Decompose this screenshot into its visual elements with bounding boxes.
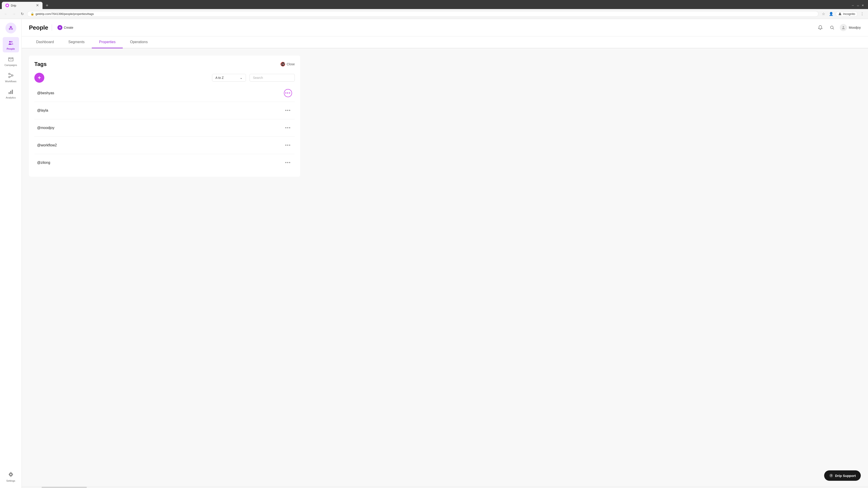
svg-point-10	[8, 76, 10, 78]
sidebar: People Campaigns Workflow	[0, 19, 22, 488]
settings-icon	[8, 471, 14, 479]
more-button[interactable]: ⋮	[859, 11, 865, 17]
sort-dropdown[interactable]: A to Z ⌄	[212, 74, 246, 82]
svg-point-9	[12, 75, 13, 76]
lock-icon: 🔒	[31, 12, 34, 15]
tags-close-button[interactable]: 🚭 Close	[280, 62, 295, 67]
notifications-button[interactable]	[816, 24, 825, 32]
sort-label: A to Z	[215, 76, 224, 79]
tag-menu-button[interactable]: •••	[284, 124, 292, 132]
profile-button[interactable]: 👤	[828, 11, 834, 17]
tag-item: @beshyas •••	[34, 85, 295, 102]
sidebar-item-campaigns[interactable]: Campaigns	[3, 53, 19, 69]
add-tag-button[interactable]: +	[34, 73, 44, 83]
forward-button[interactable]: →	[11, 11, 17, 17]
sidebar-item-people-label: People	[6, 47, 15, 50]
drip-support-icon: ?	[829, 474, 833, 478]
sidebar-settings[interactable]: Settings	[3, 469, 19, 484]
tag-menu-button[interactable]: •••	[284, 106, 292, 115]
tag-name: @layla	[37, 108, 284, 112]
tags-toolbar: + A to Z ⌄	[34, 73, 295, 83]
minimize-button[interactable]: ─	[851, 4, 855, 7]
maximize-button[interactable]: ▭	[856, 4, 860, 7]
tag-name: @zilong	[37, 161, 284, 165]
campaigns-icon	[7, 56, 14, 63]
tab-properties[interactable]: Properties	[92, 36, 123, 48]
main-content: People + Create	[22, 19, 868, 488]
user-name: Moodjoy	[849, 26, 861, 29]
new-tab-button[interactable]: +	[43, 2, 51, 9]
tag-menu-button[interactable]: •••	[284, 141, 292, 149]
svg-point-0	[6, 4, 8, 6]
drip-support-button[interactable]: ? Drip Support	[824, 470, 861, 481]
drip-logo-icon	[8, 25, 14, 31]
active-tab[interactable]: Drip ✕	[2, 2, 42, 9]
tags-title: Tags	[34, 61, 46, 67]
browser-nav: ← → ↻ 🔒 getdrip.com/7641396/people/prope…	[0, 9, 868, 19]
tag-menu-button[interactable]: •••	[284, 89, 292, 97]
tab-close-button[interactable]: ✕	[36, 4, 39, 7]
svg-point-4	[11, 28, 13, 30]
create-plus-icon: +	[57, 25, 62, 30]
svg-line-12	[10, 76, 12, 77]
horizontal-scrollbar[interactable]	[22, 486, 868, 488]
app-layout: People Campaigns Workflow	[0, 19, 868, 488]
svg-point-5	[10, 26, 11, 28]
svg-point-6	[9, 41, 11, 43]
drip-support-label: Drip Support	[835, 474, 856, 478]
sidebar-item-people[interactable]: People	[3, 37, 19, 53]
analytics-icon	[7, 88, 14, 95]
tab-operations[interactable]: Operations	[123, 36, 155, 48]
close-window-button[interactable]: ✕	[861, 4, 864, 7]
page-title: People	[29, 24, 48, 31]
svg-point-3	[9, 28, 11, 30]
tag-item: @moodjoy •••	[34, 119, 295, 137]
bell-icon	[818, 25, 823, 30]
tag-name: @moodjoy	[37, 126, 284, 130]
search-button[interactable]	[828, 24, 836, 32]
h-scroll-thumb[interactable]	[41, 487, 87, 488]
bookmark-button[interactable]: ☆	[820, 11, 827, 17]
top-header: People + Create	[22, 19, 868, 36]
create-label: Create	[64, 26, 73, 29]
sidebar-item-analytics[interactable]: Analytics	[3, 86, 19, 101]
sidebar-item-workflows[interactable]: Workflows	[3, 70, 19, 85]
settings-label: Settings	[6, 480, 16, 482]
user-info[interactable]: Moodjoy	[840, 24, 861, 31]
tag-item: @layla •••	[34, 102, 295, 119]
tag-name: @beshyas	[37, 91, 284, 95]
svg-point-17	[831, 26, 833, 29]
chevron-down-icon: ⌄	[240, 76, 243, 79]
address-bar[interactable]: 🔒 getdrip.com/7641396/people/properties#…	[27, 11, 818, 17]
svg-point-8	[8, 73, 10, 74]
tag-name: @workflow2	[37, 143, 284, 147]
app-logo[interactable]	[5, 23, 16, 33]
create-button[interactable]: + Create	[56, 24, 75, 31]
tag-list: @beshyas ••• @layla ••• @moodjoy ••• @wo…	[34, 85, 295, 171]
sidebar-item-workflows-label: Workflows	[5, 80, 17, 83]
svg-point-7	[11, 41, 12, 43]
close-label: Close	[287, 62, 295, 66]
browser-nav-actions: ☆ 👤 Incognito ⋮	[820, 11, 865, 17]
back-button[interactable]: ←	[3, 11, 9, 17]
tag-item: @workflow2 •••	[34, 137, 295, 154]
user-avatar	[840, 24, 847, 31]
svg-rect-14	[10, 91, 11, 94]
svg-line-18	[833, 29, 834, 30]
tab-favicon	[5, 4, 9, 7]
refresh-button[interactable]: ↻	[19, 11, 25, 17]
url-text: getdrip.com/7641396/people/properties#ta…	[35, 12, 94, 15]
tab-title: Drip	[11, 4, 34, 7]
tab-nav: Dashboard Segments Properties Operations	[22, 36, 868, 48]
tag-menu-button[interactable]: •••	[284, 159, 292, 167]
browser-tabs: Drip ✕ + ─ ▭ ✕	[0, 0, 868, 9]
tags-search-input[interactable]	[250, 74, 295, 82]
tag-item: @zilong •••	[34, 154, 295, 171]
no-photo-icon: 🚭	[280, 62, 285, 67]
user-avatar-icon	[841, 26, 845, 30]
browser-chrome: Drip ✕ + ─ ▭ ✕ ← → ↻ 🔒 getdrip.com/76413…	[0, 0, 868, 19]
tab-dashboard[interactable]: Dashboard	[29, 36, 61, 48]
svg-text:?: ?	[831, 475, 832, 477]
incognito-icon	[838, 12, 842, 16]
tab-segments[interactable]: Segments	[61, 36, 92, 48]
